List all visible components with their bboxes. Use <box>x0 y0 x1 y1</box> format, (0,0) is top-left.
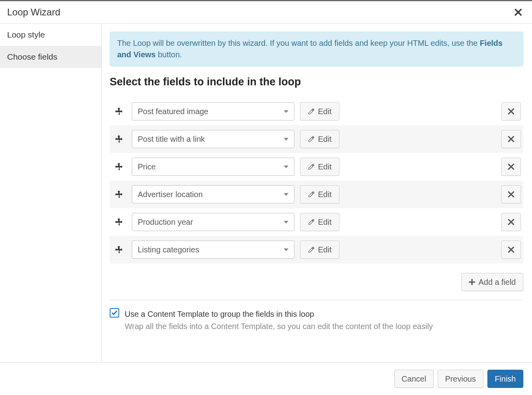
edit-button[interactable]: Edit <box>300 213 339 231</box>
edit-button-label: Edit <box>318 218 332 227</box>
edit-button[interactable]: Edit <box>300 130 339 148</box>
sidebar-item-choose-fields[interactable]: Choose fields <box>0 46 101 68</box>
remove-icon <box>508 136 514 142</box>
chevron-down-icon <box>284 248 288 251</box>
wizard-main: The Loop will be overwritten by this wiz… <box>102 24 532 362</box>
drag-handle[interactable] <box>112 162 126 171</box>
move-icon <box>115 245 124 254</box>
drag-handle[interactable] <box>112 107 126 116</box>
close-button[interactable] <box>513 9 523 16</box>
add-field-row: Add a field <box>110 273 523 291</box>
move-icon <box>115 190 124 199</box>
edit-button-label: Edit <box>318 190 332 199</box>
add-field-label: Add a field <box>478 278 516 287</box>
edit-icon <box>308 135 315 143</box>
edit-button[interactable]: Edit <box>300 185 339 203</box>
content-template-option: Use a Content Template to group the fiel… <box>110 308 523 331</box>
remove-button[interactable] <box>501 241 521 259</box>
finish-button[interactable]: Finish <box>487 370 523 388</box>
remove-icon <box>508 246 514 253</box>
move-icon <box>115 107 124 116</box>
field-select-label: Price <box>138 162 156 171</box>
previous-button-label: Previous <box>445 374 476 384</box>
loop-wizard-modal: Loop Wizard Loop style Choose fields The… <box>0 0 532 395</box>
remove-button[interactable] <box>501 130 521 148</box>
move-icon <box>115 162 124 171</box>
field-select-label: Advertiser location <box>138 190 203 199</box>
field-select[interactable]: Price <box>132 158 294 176</box>
check-icon <box>111 310 118 316</box>
remove-icon <box>508 164 514 170</box>
chevron-down-icon <box>284 193 288 196</box>
cancel-button[interactable]: Cancel <box>394 370 434 388</box>
modal-header: Loop Wizard <box>0 1 532 24</box>
field-select-label: Post title with a link <box>138 135 205 144</box>
info-text-before: The Loop will be overwritten by this wiz… <box>117 39 480 47</box>
modal-body: Loop style Choose fields The Loop will b… <box>0 24 532 362</box>
separator <box>110 300 523 300</box>
field-row: Post featured image Edit <box>110 98 523 125</box>
close-icon <box>515 9 522 16</box>
field-row: Production year Edit <box>110 208 523 236</box>
edit-button-label: Edit <box>318 135 332 144</box>
finish-button-label: Finish <box>495 374 516 384</box>
field-row: Price Edit <box>110 153 523 181</box>
section-title: Select the fields to include in the loop <box>110 76 523 88</box>
edit-button-label: Edit <box>318 107 332 116</box>
field-select[interactable]: Listing categories <box>132 241 294 259</box>
field-select[interactable]: Post featured image <box>132 102 294 120</box>
chevron-down-icon <box>284 166 288 168</box>
edit-button[interactable]: Edit <box>300 158 339 176</box>
edit-button[interactable]: Edit <box>300 241 339 259</box>
field-select[interactable]: Post title with a link <box>132 130 294 148</box>
modal-footer: Cancel Previous Finish <box>0 362 532 395</box>
field-row: Listing categories Edit <box>110 236 523 263</box>
sidebar-item-label: Choose fields <box>7 52 57 61</box>
cancel-button-label: Cancel <box>402 374 426 384</box>
edit-button-label: Edit <box>318 162 332 171</box>
sidebar-item-label: Loop style <box>7 30 45 39</box>
chevron-down-icon <box>284 221 288 224</box>
wizard-sidebar: Loop style Choose fields <box>0 24 102 362</box>
content-template-checkbox[interactable] <box>110 308 119 318</box>
checkbox-label: Use a Content Template to group the fiel… <box>125 308 433 320</box>
field-row: Advertiser location Edit <box>110 181 523 208</box>
add-field-button[interactable]: Add a field <box>461 273 523 291</box>
field-rows: Post featured image Edit <box>110 98 523 263</box>
field-select[interactable]: Advertiser location <box>132 185 294 203</box>
remove-icon <box>508 108 514 115</box>
remove-button[interactable] <box>501 158 521 176</box>
edit-button-label: Edit <box>318 245 332 254</box>
sidebar-item-loop-style[interactable]: Loop style <box>0 24 101 46</box>
field-row: Post title with a link Edit <box>110 125 523 153</box>
remove-icon <box>508 219 514 225</box>
drag-handle[interactable] <box>112 245 126 254</box>
chevron-down-icon <box>284 110 288 113</box>
field-select[interactable]: Production year <box>132 213 294 231</box>
edit-icon <box>308 191 315 198</box>
info-text-after: button. <box>155 50 182 59</box>
edit-icon <box>308 163 315 170</box>
drag-handle[interactable] <box>112 135 126 143</box>
chevron-down-icon <box>284 138 288 141</box>
move-icon <box>115 135 124 143</box>
remove-icon <box>508 191 514 198</box>
edit-icon <box>308 246 315 253</box>
field-select-label: Post featured image <box>138 107 208 116</box>
modal-title: Loop Wizard <box>7 7 60 18</box>
previous-button[interactable]: Previous <box>438 370 483 388</box>
move-icon <box>115 218 124 226</box>
remove-button[interactable] <box>501 213 521 231</box>
info-box: The Loop will be overwritten by this wiz… <box>110 32 523 66</box>
edit-button[interactable]: Edit <box>300 102 339 120</box>
edit-icon <box>308 218 315 226</box>
field-select-label: Production year <box>138 218 193 227</box>
field-select-label: Listing categories <box>138 245 199 254</box>
remove-button[interactable] <box>501 102 521 120</box>
edit-icon <box>308 108 315 115</box>
checkbox-description: Wrap all the fields into a Content Templ… <box>125 322 433 331</box>
remove-button[interactable] <box>501 185 521 203</box>
drag-handle[interactable] <box>112 218 126 226</box>
drag-handle[interactable] <box>112 190 126 199</box>
plus-icon <box>469 279 475 285</box>
